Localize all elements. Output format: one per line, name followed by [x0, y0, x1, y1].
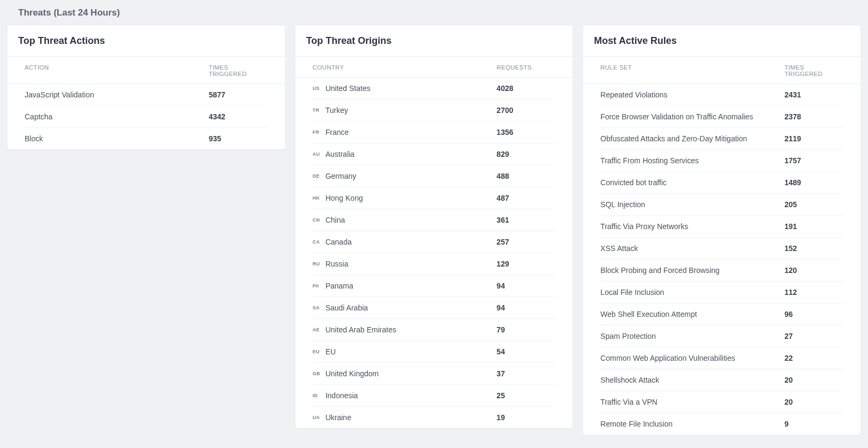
cell-value: 96	[784, 310, 843, 318]
table-row[interactable]: CNChina361	[313, 209, 556, 231]
card-origins: Top Threat Origins COUNTRY REQUESTS USUn…	[296, 26, 573, 428]
table-row[interactable]: PAPanama94	[313, 275, 556, 297]
col-rule-set: RULE SET	[600, 64, 784, 77]
table-row[interactable]: CACanada257	[313, 231, 556, 253]
table-row[interactable]: EUEU54	[313, 341, 556, 363]
cell-label: IDIndonesia	[313, 391, 497, 400]
cell-value: 120	[784, 266, 843, 275]
table-row[interactable]: Traffic From Hosting Services1757	[600, 150, 843, 172]
cell-value: 25	[496, 391, 555, 400]
cell-label: GBUnited Kingdom	[313, 369, 497, 378]
table-row[interactable]: XSS Attack152	[600, 238, 843, 260]
cell-value: 5877	[209, 90, 268, 99]
country-name: Germany	[326, 172, 357, 180]
cell-label: AUAustralia	[313, 150, 497, 158]
country-name: United Arab Emirates	[326, 325, 396, 334]
table-row[interactable]: Common Web Application Vulnerabilities22	[600, 347, 843, 369]
cell-value: 94	[496, 282, 555, 290]
table-row[interactable]: RURussia129	[313, 253, 556, 275]
card-title-actions: Top Threat Actions	[7, 26, 285, 57]
page-title: Threats (Last 24 Hours)	[0, 0, 868, 26]
table-row[interactable]: Block935	[25, 128, 268, 149]
country-name: Panama	[326, 282, 353, 290]
country-name: Hong Kong	[326, 194, 363, 202]
table-head-rules: RULE SET TIMES TRIGGERED	[583, 57, 861, 84]
col-country: COUNTRY	[313, 64, 497, 71]
table-row[interactable]: Remote File Inclusion9	[600, 413, 843, 435]
cell-value: 257	[496, 238, 555, 246]
country-name: Saudi Arabia	[326, 303, 368, 312]
cell-value: 1489	[784, 178, 843, 187]
table-head-actions: ACTION TIMES TRIGGERED	[7, 57, 285, 84]
country-code: TR	[313, 108, 322, 113]
cell-value: 152	[784, 244, 843, 253]
table-row[interactable]: DEGermany488	[313, 165, 556, 187]
table-row[interactable]: AEUnited Arab Emirates79	[313, 319, 556, 341]
country-name: EU	[326, 347, 336, 356]
cell-label: Traffic Via Proxy Networks	[600, 222, 784, 231]
cell-value: 2700	[496, 106, 555, 115]
table-body-origins: USUnited States4028TRTurkey2700FRFrance1…	[296, 78, 573, 428]
country-name: Ukraine	[326, 413, 351, 422]
cell-value: 1757	[784, 156, 843, 165]
cell-value: 191	[784, 222, 843, 231]
table-row[interactable]: Block Probing and Forced Browsing120	[600, 260, 843, 282]
table-row[interactable]: Web Shell Execution Attempt96	[600, 303, 843, 325]
cell-label: DEGermany	[313, 172, 497, 180]
table-body-rules: Repeated Violations2431Force Browser Val…	[583, 84, 861, 435]
country-name: United States	[326, 84, 371, 93]
cell-label: AEUnited Arab Emirates	[313, 325, 497, 334]
table-row[interactable]: Convicted bot traffic1489	[600, 172, 843, 194]
col-action: ACTION	[25, 64, 209, 77]
col-requests: REQUESTS	[496, 64, 555, 71]
table-row[interactable]: GBUnited Kingdom37	[313, 363, 556, 385]
country-code: ID	[313, 393, 322, 398]
country-name: Indonesia	[326, 391, 358, 400]
cell-label: Block Probing and Forced Browsing	[600, 266, 784, 275]
cell-value: 112	[784, 288, 843, 297]
country-name: Turkey	[326, 106, 348, 115]
table-row[interactable]: AUAustralia829	[313, 143, 556, 165]
table-row[interactable]: Force Browser Validation on Traffic Anom…	[600, 106, 843, 128]
cell-label: Remote File Inclusion	[600, 420, 784, 428]
cell-label: Traffic Via a VPN	[600, 398, 784, 406]
table-row[interactable]: HKHong Kong487	[313, 187, 556, 209]
cell-label: Force Browser Validation on Traffic Anom…	[600, 112, 784, 121]
table-row[interactable]: Shellshock Attack20	[600, 369, 843, 391]
table-row[interactable]: IDIndonesia25	[313, 385, 556, 407]
table-row[interactable]: SQL Injection205	[600, 194, 843, 216]
table-row[interactable]: FRFrance1356	[313, 122, 556, 143]
table-row[interactable]: Captcha4342	[25, 106, 268, 128]
table-row[interactable]: SASaudi Arabia94	[313, 297, 556, 319]
cell-label: Shellshock Attack	[600, 376, 784, 384]
country-name: Australia	[326, 150, 354, 158]
country-code: AE	[313, 327, 322, 332]
cell-value: 20	[784, 398, 843, 406]
table-row[interactable]: Obfuscated Attacks and Zero-Day Mitigati…	[600, 128, 843, 150]
cell-value: 22	[784, 354, 843, 362]
cell-label: TRTurkey	[313, 106, 497, 115]
country-name: France	[326, 128, 349, 136]
country-code: CN	[313, 217, 322, 223]
table-row[interactable]: Spam Protection27	[600, 325, 843, 347]
table-row[interactable]: Repeated Violations2431	[600, 84, 843, 106]
table-row[interactable]: JavaScript Validation5877	[25, 84, 268, 106]
table-row[interactable]: Local File Inclusion112	[600, 282, 843, 303]
table-row[interactable]: USUnited States4028	[313, 78, 556, 100]
country-name: United Kingdom	[326, 369, 379, 378]
cell-label: USUnited States	[313, 84, 497, 93]
card-rules: Most Active Rules RULE SET TIMES TRIGGER…	[583, 26, 861, 435]
cell-label: PAPanama	[313, 282, 497, 290]
country-name: Canada	[326, 238, 352, 246]
table-row[interactable]: Traffic Via a VPN20	[600, 391, 843, 413]
country-code: US	[313, 86, 322, 91]
table-row[interactable]: Traffic Via Proxy Networks191	[600, 216, 843, 238]
cell-value: 129	[496, 260, 555, 268]
cell-label: UAUkraine	[313, 413, 497, 422]
cell-value: 79	[496, 325, 555, 334]
cell-label: Local File Inclusion	[600, 288, 784, 297]
cell-value: 488	[496, 172, 555, 180]
table-row[interactable]: TRTurkey2700	[313, 100, 556, 122]
country-code: RU	[313, 261, 322, 267]
table-row[interactable]: UAUkraine19	[313, 407, 556, 428]
